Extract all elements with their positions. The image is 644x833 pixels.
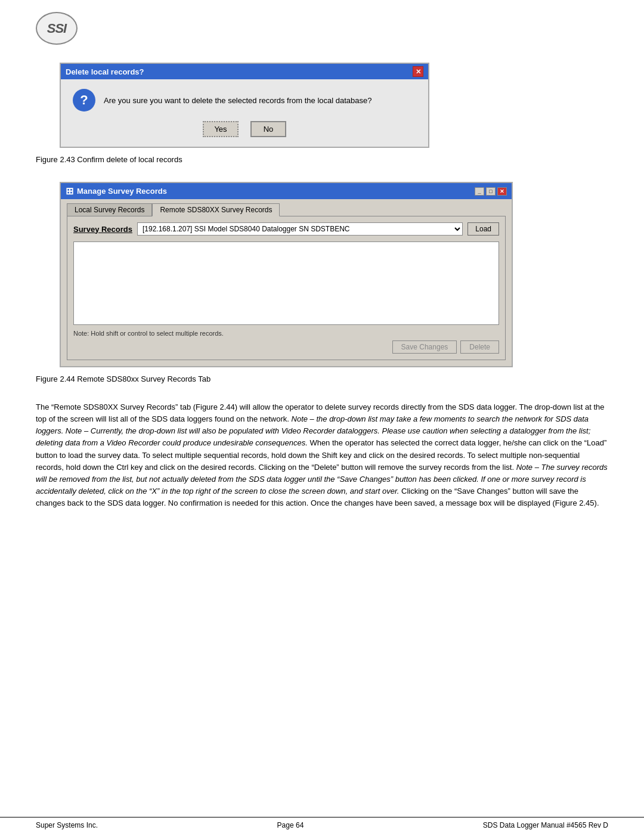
tabs-row: Local Survey Records Remote SDS80XX Surv… (67, 203, 506, 216)
logo-oval: SSI (36, 12, 78, 45)
delete-dialog-message: Are you sure you want to delete the sele… (104, 96, 371, 105)
footer-center: Page 64 (277, 821, 304, 829)
close-button[interactable]: ✕ (497, 187, 507, 196)
yes-button[interactable]: Yes (203, 121, 239, 137)
logo-area: SSI (36, 12, 608, 45)
figure-44-caption: Figure 2.44 Remote SDS80xx Survey Record… (36, 374, 608, 383)
delete-dialog: Delete local records? ✕ ? Are you sure y… (60, 63, 429, 148)
logo-text: SSI (47, 21, 66, 36)
manage-content: Survey Records [192.168.1.207] SSI Model… (67, 216, 506, 360)
close-icon: ✕ (500, 188, 504, 194)
delete-dialog-titlebar: Delete local records? ✕ (61, 64, 428, 79)
remote-row: Survey Records [192.168.1.207] SSI Model… (73, 222, 499, 236)
manage-titlebar-label: ⊞ Manage Survey Records (66, 185, 167, 197)
tab-local-label: Local Survey Records (75, 206, 144, 214)
records-list-area[interactable] (73, 241, 499, 325)
datalogger-dropdown[interactable]: [192.168.1.207] SSI Model SDS8040 Datalo… (137, 222, 463, 236)
body-paragraph-1: The “Remote SDS80XX Survey Records” tab … (36, 401, 608, 509)
titlebar-left: Delete local records? (66, 67, 144, 76)
question-icon: ? (73, 89, 95, 112)
minimize-button[interactable]: _ (475, 187, 484, 196)
tab-remote-label: Remote SDS80XX Survey Records (160, 206, 272, 214)
close-icon: ✕ (416, 68, 421, 76)
delete-dialog-title: Delete local records? (66, 67, 144, 76)
maximize-icon: □ (489, 188, 492, 194)
footer-right: SDS Data Logger Manual #4565 Rev D (483, 821, 608, 829)
load-button[interactable]: Load (467, 222, 499, 236)
bottom-buttons: Save Changes Delete (73, 340, 499, 354)
manage-icon: ⊞ (66, 185, 73, 197)
delete-dialog-body: ? Are you sure you want to delete the se… (61, 79, 428, 147)
manage-titlebar-icons: _ □ ✕ (475, 187, 507, 196)
survey-records-label: Survey Records (73, 225, 132, 234)
delete-dialog-close-button[interactable]: ✕ (413, 66, 423, 77)
note-text: Note: Hold shift or control to select mu… (73, 330, 499, 337)
delete-button[interactable]: Delete (460, 340, 499, 354)
maximize-button[interactable]: □ (486, 187, 496, 196)
footer-left: Super Systems Inc. (36, 821, 98, 829)
no-button[interactable]: No (250, 121, 286, 137)
minimize-icon: _ (478, 188, 481, 194)
tab-remote-survey-records[interactable]: Remote SDS80XX Survey Records (152, 203, 280, 216)
body-text: The “Remote SDS80XX Survey Records” tab … (36, 401, 608, 509)
delete-dialog-buttons: Yes No (73, 121, 416, 137)
message-row: ? Are you sure you want to delete the se… (73, 89, 416, 112)
manage-body: Local Survey Records Remote SDS80XX Surv… (61, 199, 512, 366)
save-changes-button[interactable]: Save Changes (392, 340, 457, 354)
manage-titlebar: ⊞ Manage Survey Records _ □ ✕ (61, 183, 512, 199)
manage-title: Manage Survey Records (77, 187, 167, 196)
footer: Super Systems Inc. Page 64 SDS Data Logg… (0, 817, 644, 833)
manage-survey-records-window: ⊞ Manage Survey Records _ □ ✕ Local Surv… (60, 182, 513, 367)
figure-43-caption: Figure 2.43 Confirm delete of local reco… (36, 155, 608, 164)
tab-local-survey-records[interactable]: Local Survey Records (67, 203, 152, 216)
